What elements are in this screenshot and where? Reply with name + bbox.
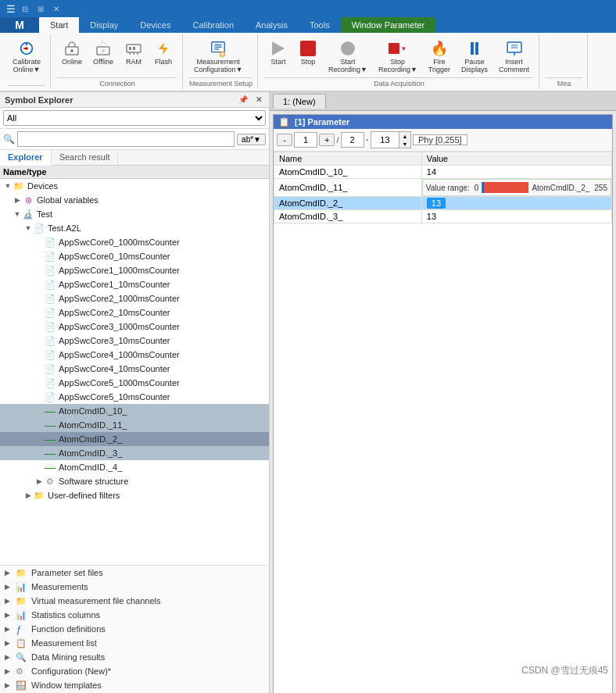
- svg-point-3: [25, 47, 28, 50]
- insert-comment-button[interactable]: InsertComment: [494, 38, 534, 76]
- minus-button[interactable]: -: [277, 134, 292, 146]
- tab-explorer[interactable]: Explorer: [0, 150, 52, 166]
- param-set-icon: 📁: [16, 567, 28, 578]
- tab-window-parameter[interactable]: Window Parameter: [341, 17, 436, 33]
- tree-item-test[interactable]: ▼ 🔬 Test: [0, 207, 269, 221]
- fire-trigger-button[interactable]: 🔥 FireTrigger: [424, 38, 455, 76]
- expand-user-filters: ▶: [23, 491, 33, 499]
- tab-devices[interactable]: Devices: [129, 17, 181, 33]
- folder-icon: 📁: [13, 180, 25, 192]
- signal-icon: 📄: [44, 236, 56, 248]
- all-dropdown[interactable]: All: [3, 110, 266, 126]
- virtual-icon: 📁: [16, 595, 28, 606]
- param-icon: —: [44, 405, 56, 417]
- spinbox-input[interactable]: [371, 132, 399, 148]
- ram-button[interactable]: RAM: [120, 38, 148, 68]
- tree-item-atomcmd-4[interactable]: — AtomCmdID._4_: [0, 460, 269, 474]
- tree-item-signal-1[interactable]: 📄 AppSwcCore0_1000msCounter: [0, 235, 269, 249]
- tree-label: AtomCmdID._11_: [59, 420, 127, 430]
- stop-recording-icon: ▼: [389, 40, 406, 57]
- tree-item-test-a2l[interactable]: ▼ 📄 Test.A2L: [0, 221, 269, 235]
- start-recording-button[interactable]: StartRecording▼: [324, 38, 372, 76]
- measurements-icon: 📊: [16, 581, 28, 592]
- pin-icon[interactable]: 📌: [236, 95, 250, 105]
- tree-item-global-vars[interactable]: ▶ ⊛ Global variables: [0, 193, 269, 207]
- bottom-item-window-templates[interactable]: ▶ 🪟 Window templates: [0, 678, 269, 692]
- param-icon: —: [44, 461, 56, 473]
- spin-down-button[interactable]: ▼: [399, 140, 410, 148]
- tree-label: AppSwcCore4_10msCounter: [59, 364, 170, 373]
- right-panel: 1: (New) 📋 [1] Parameter - + / · ▲ ▼: [270, 92, 616, 693]
- bottom-item-param-set[interactable]: ▶ 📁 Parameter set files: [0, 566, 269, 580]
- table-row[interactable]: AtomCmdID._10_ 14: [274, 166, 612, 179]
- tree-area: ▼ 📁 Devices ▶ ⊛ Global variables ▼ 🔬 Tes…: [0, 179, 269, 565]
- flash-button[interactable]: Flash: [149, 38, 177, 68]
- bottom-item-stats[interactable]: ▶ 📊 Statistics columns: [0, 608, 269, 622]
- tree-item-signal-3[interactable]: 📄 AppSwcCore1_1000msCounter: [0, 263, 269, 277]
- calibrate-online-button[interactable]: CalibrateOnline▼: [8, 38, 45, 76]
- expand-global: ▶: [13, 196, 22, 204]
- bottom-item-measurements[interactable]: ▶ 📊 Measurements: [0, 580, 269, 594]
- row-value: 13: [421, 197, 611, 210]
- tab-tools[interactable]: Tools: [299, 17, 341, 33]
- stop-button[interactable]: Stop: [294, 38, 322, 68]
- bottom-item-config[interactable]: ▶ ⚙ Configuration (New)*: [0, 664, 269, 678]
- tree-item-user-filters[interactable]: ▶ 📁 User-defined filters: [0, 488, 269, 502]
- bottom-item-measurement-list[interactable]: ▶ 📋 Measurement list: [0, 636, 269, 650]
- search-filter-button[interactable]: ab*▼: [237, 134, 266, 145]
- bottom-item-data-mining[interactable]: ▶ 🔍 Data Mining results: [0, 650, 269, 664]
- value2-input[interactable]: [341, 132, 364, 148]
- plus-button[interactable]: +: [319, 134, 335, 146]
- tree-item-signal-5[interactable]: 📄 AppSwcCore2_1000msCounter: [0, 291, 269, 305]
- signal-icon: 📄: [44, 363, 56, 375]
- tree-item-atomcmd-11[interactable]: — AtomCmdID._11_: [0, 418, 269, 432]
- search-icon: 🔍: [3, 134, 15, 145]
- expand-icon: ▶: [5, 667, 14, 675]
- item-label: Virtual measurement file channels: [31, 596, 161, 605]
- tree-item-signal-11[interactable]: 📄 AppSwcCore5_1000msCounter: [0, 376, 269, 390]
- item-label: Measurements: [31, 582, 88, 591]
- tree-label: AppSwcCore4_1000msCounter: [59, 350, 180, 359]
- tree-item-signal-4[interactable]: 📄 AppSwcCore1_10msCounter: [0, 277, 269, 291]
- tree-item-software[interactable]: ▶ ⚙ Software structure: [0, 474, 269, 488]
- tab-display[interactable]: Display: [79, 17, 129, 33]
- tree-item-atomcmd-2[interactable]: — AtomCmdID._2_: [0, 432, 269, 446]
- tab-analysis[interactable]: Analysis: [245, 17, 299, 33]
- param-table-container: Name Value AtomCmdID._10_ 14 AtomCmdID._…: [274, 152, 612, 693]
- table-row[interactable]: AtomCmdID._3_ 13: [274, 210, 612, 223]
- tree-item-signal-2[interactable]: 📄 AppSwcCore0_10msCounter: [0, 249, 269, 263]
- stop-recording-button[interactable]: ▼ StopRecording▼: [374, 38, 422, 76]
- search-input[interactable]: [17, 131, 235, 147]
- bottom-item-function-defs[interactable]: ▶ ƒ Function definitions: [0, 622, 269, 636]
- signal-icon: 📄: [44, 292, 56, 305]
- bottom-item-virtual-channels[interactable]: ▶ 📁 Virtual measurement file channels: [0, 594, 269, 608]
- tree-item-signal-6[interactable]: 📄 AppSwcCore2_10msCounter: [0, 305, 269, 320]
- tab-calibration[interactable]: Calibration: [181, 17, 245, 33]
- value1-input[interactable]: [294, 132, 317, 148]
- tree-item-signal-9[interactable]: 📄 AppSwcCore4_1000msCounter: [0, 348, 269, 362]
- folder-icon: 📁: [33, 489, 45, 502]
- tree-item-signal-12[interactable]: 📄 AppSwcCore5_10msCounter: [0, 390, 269, 404]
- table-row-selected[interactable]: AtomCmdID._2_ 13: [274, 197, 612, 210]
- tree-item-atomcmd-10[interactable]: — AtomCmdID._10_: [0, 404, 269, 418]
- tab-start[interactable]: Start: [39, 17, 79, 33]
- table-row-range[interactable]: AtomCmdID._11_ Value range: 0 Atom: [274, 179, 612, 197]
- param-table: Name Value AtomCmdID._10_ 14 AtomCmdID._…: [274, 152, 612, 223]
- tree-label: Devices: [27, 181, 58, 191]
- signal-icon: 📄: [44, 377, 56, 389]
- tab-search-result[interactable]: Search result: [52, 150, 119, 165]
- spin-up-button[interactable]: ▲: [399, 132, 410, 140]
- close-panel-icon[interactable]: ✕: [253, 95, 264, 105]
- tree-item-devices[interactable]: ▼ 📁 Devices: [0, 179, 269, 193]
- tree-item-signal-10[interactable]: 📄 AppSwcCore4_10msCounter: [0, 362, 269, 376]
- ribbon: M Start Display Devices Calibration Anal…: [0, 17, 616, 92]
- tree-item-signal-7[interactable]: 📄 AppSwcCore3_1000msCounter: [0, 320, 269, 334]
- measurement-config-button[interactable]: MeasurementConfiguration▼: [189, 38, 247, 76]
- tree-item-signal-8[interactable]: 📄 AppSwcCore3_10msCounter: [0, 334, 269, 348]
- tab-new[interactable]: 1: (New): [273, 94, 326, 109]
- online-button[interactable]: Online: [57, 38, 87, 68]
- pause-displays-button[interactable]: PauseDisplays: [457, 38, 492, 76]
- offline-button[interactable]: Offline: [88, 38, 118, 68]
- tree-item-atomcmd-3[interactable]: — AtomCmdID._3_: [0, 446, 269, 460]
- start-button[interactable]: Start: [264, 38, 292, 68]
